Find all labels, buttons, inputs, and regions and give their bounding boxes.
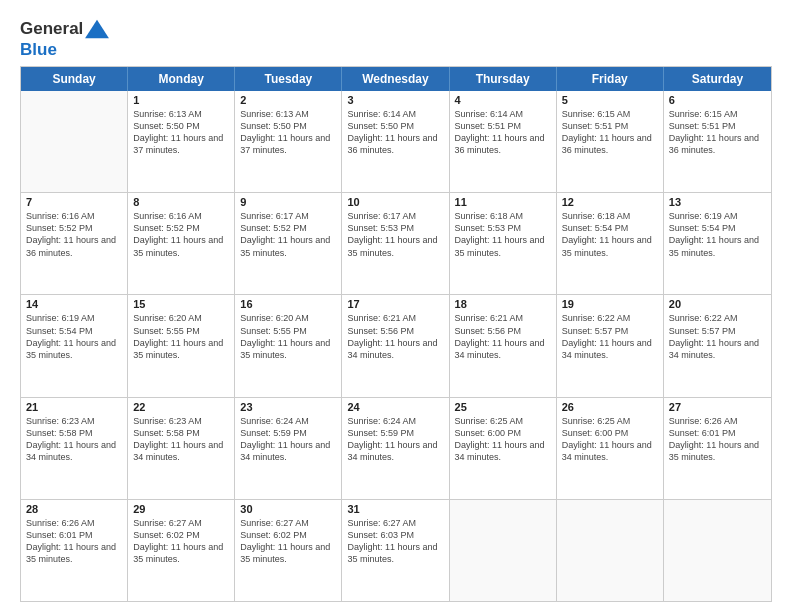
day-cell-29: 29Sunrise: 6:27 AMSunset: 6:02 PMDayligh…: [128, 500, 235, 601]
day-cell-4: 4Sunrise: 6:14 AMSunset: 5:51 PMDaylight…: [450, 91, 557, 192]
day-number: 24: [347, 401, 443, 413]
day-number: 3: [347, 94, 443, 106]
day-cell-15: 15Sunrise: 6:20 AMSunset: 5:55 PMDayligh…: [128, 295, 235, 396]
day-info: Sunrise: 6:22 AMSunset: 5:57 PMDaylight:…: [669, 312, 766, 361]
day-info: Sunrise: 6:17 AMSunset: 5:53 PMDaylight:…: [347, 210, 443, 259]
day-info: Sunrise: 6:15 AMSunset: 5:51 PMDaylight:…: [562, 108, 658, 157]
day-cell-1: 1Sunrise: 6:13 AMSunset: 5:50 PMDaylight…: [128, 91, 235, 192]
header-friday: Friday: [557, 67, 664, 91]
day-info: Sunrise: 6:26 AMSunset: 6:01 PMDaylight:…: [669, 415, 766, 464]
day-cell-21: 21Sunrise: 6:23 AMSunset: 5:58 PMDayligh…: [21, 398, 128, 499]
day-cell-19: 19Sunrise: 6:22 AMSunset: 5:57 PMDayligh…: [557, 295, 664, 396]
day-info: Sunrise: 6:20 AMSunset: 5:55 PMDaylight:…: [133, 312, 229, 361]
calendar: SundayMondayTuesdayWednesdayThursdayFrid…: [20, 66, 772, 602]
page: GeneralBlue SundayMondayTuesdayWednesday…: [0, 0, 792, 612]
day-info: Sunrise: 6:23 AMSunset: 5:58 PMDaylight:…: [26, 415, 122, 464]
day-number: 14: [26, 298, 122, 310]
day-cell-17: 17Sunrise: 6:21 AMSunset: 5:56 PMDayligh…: [342, 295, 449, 396]
week-row-4: 21Sunrise: 6:23 AMSunset: 5:58 PMDayligh…: [21, 397, 771, 499]
empty-cell: [21, 91, 128, 192]
day-cell-30: 30Sunrise: 6:27 AMSunset: 6:02 PMDayligh…: [235, 500, 342, 601]
day-info: Sunrise: 6:25 AMSunset: 6:00 PMDaylight:…: [455, 415, 551, 464]
day-number: 16: [240, 298, 336, 310]
day-cell-31: 31Sunrise: 6:27 AMSunset: 6:03 PMDayligh…: [342, 500, 449, 601]
day-number: 29: [133, 503, 229, 515]
day-number: 13: [669, 196, 766, 208]
day-number: 27: [669, 401, 766, 413]
day-info: Sunrise: 6:25 AMSunset: 6:00 PMDaylight:…: [562, 415, 658, 464]
day-cell-13: 13Sunrise: 6:19 AMSunset: 5:54 PMDayligh…: [664, 193, 771, 294]
day-cell-7: 7Sunrise: 6:16 AMSunset: 5:52 PMDaylight…: [21, 193, 128, 294]
day-number: 6: [669, 94, 766, 106]
day-info: Sunrise: 6:16 AMSunset: 5:52 PMDaylight:…: [26, 210, 122, 259]
calendar-body: 1Sunrise: 6:13 AMSunset: 5:50 PMDaylight…: [21, 91, 771, 601]
week-row-1: 1Sunrise: 6:13 AMSunset: 5:50 PMDaylight…: [21, 91, 771, 192]
day-number: 8: [133, 196, 229, 208]
day-info: Sunrise: 6:27 AMSunset: 6:03 PMDaylight:…: [347, 517, 443, 566]
header-sunday: Sunday: [21, 67, 128, 91]
header: GeneralBlue: [20, 18, 772, 60]
day-number: 28: [26, 503, 122, 515]
logo-blue-text: Blue: [20, 40, 57, 60]
day-info: Sunrise: 6:18 AMSunset: 5:53 PMDaylight:…: [455, 210, 551, 259]
day-info: Sunrise: 6:13 AMSunset: 5:50 PMDaylight:…: [240, 108, 336, 157]
day-info: Sunrise: 6:16 AMSunset: 5:52 PMDaylight:…: [133, 210, 229, 259]
day-number: 15: [133, 298, 229, 310]
day-info: Sunrise: 6:23 AMSunset: 5:58 PMDaylight:…: [133, 415, 229, 464]
day-number: 19: [562, 298, 658, 310]
calendar-header: SundayMondayTuesdayWednesdayThursdayFrid…: [21, 67, 771, 91]
day-number: 9: [240, 196, 336, 208]
header-wednesday: Wednesday: [342, 67, 449, 91]
day-cell-2: 2Sunrise: 6:13 AMSunset: 5:50 PMDaylight…: [235, 91, 342, 192]
day-cell-12: 12Sunrise: 6:18 AMSunset: 5:54 PMDayligh…: [557, 193, 664, 294]
day-cell-26: 26Sunrise: 6:25 AMSunset: 6:00 PMDayligh…: [557, 398, 664, 499]
day-cell-28: 28Sunrise: 6:26 AMSunset: 6:01 PMDayligh…: [21, 500, 128, 601]
day-cell-3: 3Sunrise: 6:14 AMSunset: 5:50 PMDaylight…: [342, 91, 449, 192]
day-info: Sunrise: 6:14 AMSunset: 5:50 PMDaylight:…: [347, 108, 443, 157]
week-row-3: 14Sunrise: 6:19 AMSunset: 5:54 PMDayligh…: [21, 294, 771, 396]
day-cell-16: 16Sunrise: 6:20 AMSunset: 5:55 PMDayligh…: [235, 295, 342, 396]
day-info: Sunrise: 6:22 AMSunset: 5:57 PMDaylight:…: [562, 312, 658, 361]
empty-cell: [450, 500, 557, 601]
day-number: 4: [455, 94, 551, 106]
header-monday: Monday: [128, 67, 235, 91]
logo-icon: [83, 18, 111, 40]
header-saturday: Saturday: [664, 67, 771, 91]
day-cell-23: 23Sunrise: 6:24 AMSunset: 5:59 PMDayligh…: [235, 398, 342, 499]
day-number: 20: [669, 298, 766, 310]
day-info: Sunrise: 6:24 AMSunset: 5:59 PMDaylight:…: [240, 415, 336, 464]
day-number: 30: [240, 503, 336, 515]
day-info: Sunrise: 6:14 AMSunset: 5:51 PMDaylight:…: [455, 108, 551, 157]
day-cell-14: 14Sunrise: 6:19 AMSunset: 5:54 PMDayligh…: [21, 295, 128, 396]
day-info: Sunrise: 6:19 AMSunset: 5:54 PMDaylight:…: [669, 210, 766, 259]
day-info: Sunrise: 6:13 AMSunset: 5:50 PMDaylight:…: [133, 108, 229, 157]
day-number: 17: [347, 298, 443, 310]
day-number: 10: [347, 196, 443, 208]
day-info: Sunrise: 6:19 AMSunset: 5:54 PMDaylight:…: [26, 312, 122, 361]
day-info: Sunrise: 6:18 AMSunset: 5:54 PMDaylight:…: [562, 210, 658, 259]
day-cell-5: 5Sunrise: 6:15 AMSunset: 5:51 PMDaylight…: [557, 91, 664, 192]
day-number: 12: [562, 196, 658, 208]
day-info: Sunrise: 6:26 AMSunset: 6:01 PMDaylight:…: [26, 517, 122, 566]
day-cell-8: 8Sunrise: 6:16 AMSunset: 5:52 PMDaylight…: [128, 193, 235, 294]
day-number: 22: [133, 401, 229, 413]
day-number: 7: [26, 196, 122, 208]
day-info: Sunrise: 6:21 AMSunset: 5:56 PMDaylight:…: [347, 312, 443, 361]
header-tuesday: Tuesday: [235, 67, 342, 91]
day-cell-18: 18Sunrise: 6:21 AMSunset: 5:56 PMDayligh…: [450, 295, 557, 396]
day-cell-10: 10Sunrise: 6:17 AMSunset: 5:53 PMDayligh…: [342, 193, 449, 294]
svg-marker-0: [85, 20, 109, 38]
empty-cell: [557, 500, 664, 601]
day-info: Sunrise: 6:20 AMSunset: 5:55 PMDaylight:…: [240, 312, 336, 361]
day-number: 18: [455, 298, 551, 310]
day-number: 26: [562, 401, 658, 413]
day-info: Sunrise: 6:27 AMSunset: 6:02 PMDaylight:…: [133, 517, 229, 566]
day-cell-24: 24Sunrise: 6:24 AMSunset: 5:59 PMDayligh…: [342, 398, 449, 499]
day-info: Sunrise: 6:27 AMSunset: 6:02 PMDaylight:…: [240, 517, 336, 566]
day-number: 5: [562, 94, 658, 106]
day-info: Sunrise: 6:17 AMSunset: 5:52 PMDaylight:…: [240, 210, 336, 259]
day-cell-11: 11Sunrise: 6:18 AMSunset: 5:53 PMDayligh…: [450, 193, 557, 294]
day-number: 21: [26, 401, 122, 413]
day-number: 11: [455, 196, 551, 208]
logo-general-text: General: [20, 19, 83, 39]
